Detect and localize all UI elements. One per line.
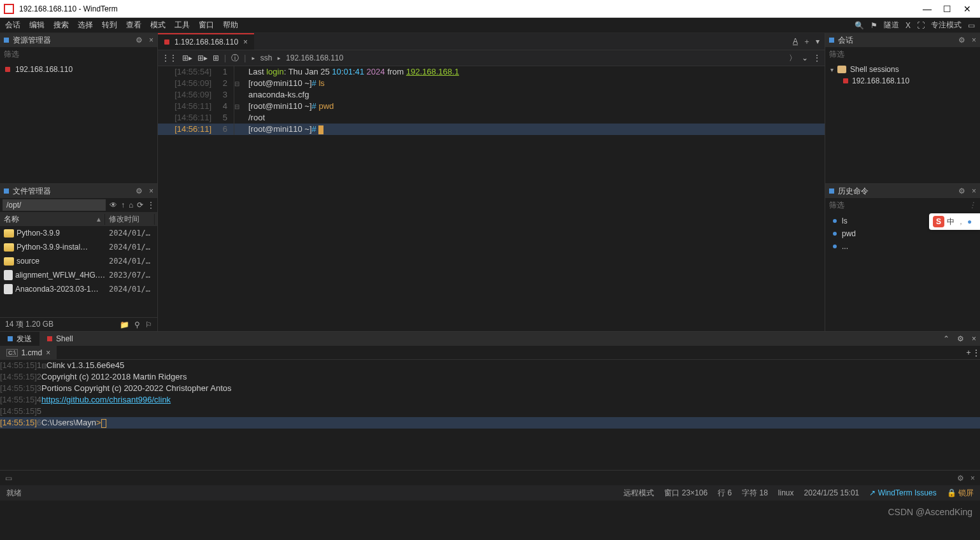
x-label[interactable]: X: [905, 21, 911, 30]
breadcrumb: ▸ ssh ▸ 192.168.168.110: [251, 53, 343, 62]
launch-settings-icon[interactable]: ⚙: [957, 474, 964, 483]
tab-a-label[interactable]: A: [793, 37, 798, 46]
menu-view[interactable]: 查看: [126, 20, 141, 31]
menu-help[interactable]: 帮助: [223, 20, 238, 31]
history-more-icon[interactable]: ⋮: [969, 201, 976, 210]
subtab-add-icon[interactable]: ＋: [965, 347, 972, 358]
home-icon[interactable]: ⌂: [129, 201, 133, 210]
flag-icon[interactable]: ⚑: [870, 21, 877, 30]
maximize-button[interactable]: ☐: [943, 4, 951, 14]
minimize-button[interactable]: —: [923, 4, 930, 14]
up-icon[interactable]: ↑: [121, 201, 125, 210]
terminal-tab[interactable]: 1.192.168.168.110 ×: [158, 33, 254, 50]
sessions-settings-icon[interactable]: ⚙: [958, 36, 965, 45]
newfolder-icon[interactable]: 📁: [120, 320, 129, 329]
tray-icon[interactable]: ▭: [5, 474, 12, 483]
line-number: 3: [37, 383, 41, 393]
explorer-item[interactable]: 192.168.168.110: [0, 64, 157, 75]
tab-add-icon[interactable]: ＋: [803, 36, 811, 47]
search-icon[interactable]: 🔍: [855, 21, 864, 30]
menu-session[interactable]: 会话: [5, 20, 20, 31]
history-filter-input[interactable]: [829, 201, 969, 210]
subtab-label: 1.cmd: [22, 348, 43, 357]
focus-mode-label[interactable]: 专注模式: [931, 20, 962, 31]
sessions-item[interactable]: 192.168.168.110: [825, 75, 980, 87]
file-icon: [4, 284, 13, 294]
menu-goto[interactable]: 转到: [102, 20, 117, 31]
history-item[interactable]: ...: [825, 240, 980, 253]
sessions-item-label: 192.168.168.110: [852, 76, 909, 85]
timestamp: [14:56:11]: [174, 101, 211, 111]
menu-edit[interactable]: 编辑: [29, 20, 45, 31]
refresh-icon[interactable]: ⟳: [137, 201, 143, 210]
scroll-end-icon[interactable]: 〉: [789, 53, 797, 64]
menu-window[interactable]: 窗口: [199, 20, 214, 31]
ime-bar[interactable]: S 中 ， ●: [929, 213, 980, 230]
line-content: Clink v1.3.15.6e6e45: [46, 360, 124, 371]
layout-icon[interactable]: ▭: [968, 21, 975, 30]
file-row[interactable]: Python-3.9.9-instal…2024/01/19: [0, 240, 157, 254]
history-close-icon[interactable]: ×: [972, 187, 976, 195]
bottom-collapse-icon[interactable]: ⌃: [939, 334, 953, 343]
file-mgr-path-input[interactable]: [3, 199, 106, 211]
bottom-settings-icon[interactable]: ⚙: [953, 334, 968, 343]
fold-icon[interactable]: ⊟: [234, 103, 239, 110]
file-row[interactable]: alignment_WFLW_4HG.…2023/07/03: [0, 268, 157, 282]
bottom-tab-shell[interactable]: Shell: [39, 332, 81, 346]
file-row[interactable]: source2024/01/25: [0, 254, 157, 268]
status-window: 窗口 23×106: [664, 488, 707, 499]
menu-mode[interactable]: 模式: [150, 20, 166, 31]
file-row[interactable]: Python-3.9.92024/01/19: [0, 226, 157, 240]
bottom-subtab[interactable]: C:\ 1.cmd ×: [0, 346, 57, 360]
subtab-more-icon[interactable]: ⋮: [972, 348, 980, 357]
marker-icon[interactable]: ⚐: [145, 320, 152, 329]
explorer-close-icon[interactable]: ×: [149, 36, 153, 45]
split-add3-icon[interactable]: ⊞: [213, 53, 219, 62]
eye-icon[interactable]: 👁: [110, 201, 117, 210]
fold-icon[interactable]: ⊟: [234, 80, 239, 87]
col-name-header[interactable]: 名称▴: [0, 214, 105, 225]
bottom-tab-send[interactable]: 发送: [0, 332, 39, 346]
explorer-filter-input[interactable]: [4, 50, 153, 59]
explorer-settings-icon[interactable]: ⚙: [136, 36, 143, 45]
bottom-close-icon[interactable]: ×: [968, 334, 980, 343]
timestamp: [14:55:54]: [174, 67, 211, 76]
file-mgr-close-icon[interactable]: ×: [149, 187, 153, 195]
sessions-filter-input[interactable]: [829, 50, 976, 59]
sessions-folder[interactable]: ▾ Shell sessions: [825, 64, 980, 75]
info-icon[interactable]: ⓘ: [231, 53, 239, 64]
tunnel-label[interactable]: 隧道: [884, 20, 899, 31]
location-icon[interactable]: ⚲: [134, 320, 140, 329]
file-mgr-settings-icon[interactable]: ⚙: [136, 187, 143, 195]
menu-tools[interactable]: 工具: [174, 20, 190, 31]
file-row[interactable]: Anaconda3-2023.03-1…2024/01/19: [0, 282, 157, 296]
bottom-terminal[interactable]: [14:55:15]1⊟Clink v1.3.15.6e6e45[14:55:1…: [0, 360, 980, 470]
status-lock[interactable]: 🔒 锁屏: [947, 488, 974, 499]
tab-menu-icon[interactable]: ▾: [816, 37, 820, 46]
tab-close-icon[interactable]: ×: [243, 38, 248, 46]
menu-select[interactable]: 选择: [78, 20, 93, 31]
watermark: CSDN @AscendKing: [888, 507, 973, 517]
fold-icon[interactable]: ⊟: [41, 362, 46, 369]
terminal-output[interactable]: [14:55:54]1Last login: Thu Jan 25 10:01:…: [158, 66, 825, 331]
launch-close-icon[interactable]: ×: [970, 474, 975, 483]
split-add-icon[interactable]: ⊞▸: [182, 53, 192, 62]
file-name: Python-3.9.9-instal…: [17, 243, 88, 252]
kebab-icon[interactable]: ⋮: [813, 53, 821, 62]
status-datetime: 2024/1/25 15:01: [804, 488, 860, 497]
drag-handle-icon[interactable]: ⋮⋮: [162, 53, 177, 62]
file-mgr-header: 文件管理器 ⚙ ×: [0, 184, 157, 198]
menu-search[interactable]: 搜索: [53, 20, 69, 31]
tab-status-icon: [164, 39, 169, 45]
status-issues-link[interactable]: ↗ WindTerm Issues: [869, 488, 936, 497]
sessions-close-icon[interactable]: ×: [972, 36, 976, 45]
subtab-close-icon[interactable]: ×: [46, 348, 50, 357]
close-button[interactable]: ✕: [963, 4, 971, 14]
focus-icon[interactable]: ⛶: [917, 21, 925, 30]
col-date-header[interactable]: 修改时间: [105, 214, 155, 225]
line-content: Portions Copyright (c) 2020-2022 Christo…: [41, 383, 231, 394]
split-add2-icon[interactable]: ⊞▸: [197, 53, 208, 62]
more-icon[interactable]: ⋮: [147, 201, 155, 210]
dropdown-icon[interactable]: ⌄: [802, 53, 808, 62]
history-settings-icon[interactable]: ⚙: [958, 187, 965, 195]
